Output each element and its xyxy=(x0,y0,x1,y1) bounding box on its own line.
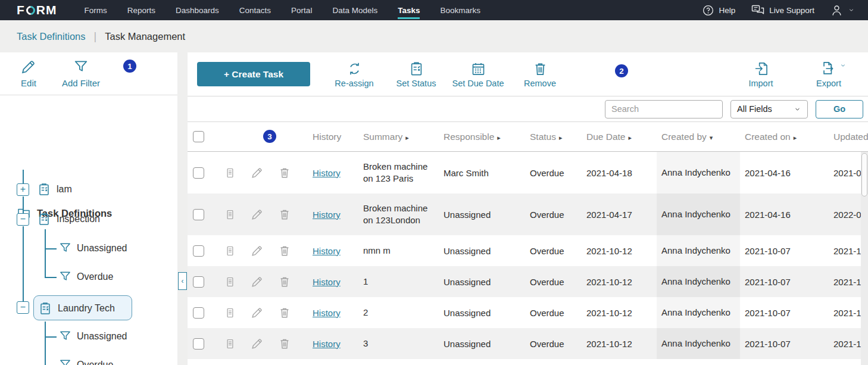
edit-row-icon[interactable] xyxy=(251,337,264,350)
delete-row-icon[interactable] xyxy=(278,337,291,350)
column-header-created-by[interactable]: Created by▾ xyxy=(657,132,740,142)
column-header-due-date[interactable]: Due Date▸ xyxy=(574,132,657,142)
details-icon[interactable] xyxy=(224,338,236,350)
breadcrumb-task-definitions-link[interactable]: Task Definitions xyxy=(17,31,86,42)
nav-item-portal[interactable]: Portal xyxy=(291,0,312,20)
cell-created-by: Anna Indychenko xyxy=(657,152,740,194)
tree-filter-inspection-overdue[interactable]: Overdue xyxy=(58,270,113,283)
details-icon[interactable] xyxy=(224,307,236,319)
delete-row-icon[interactable] xyxy=(278,244,291,257)
table-header-row: History Summary▸ Responsible▸ Status▸ Du… xyxy=(188,122,868,152)
go-button[interactable]: Go xyxy=(816,100,863,118)
create-task-button[interactable]: + Create Task xyxy=(197,62,310,86)
collapse-toggle-inspection[interactable]: − xyxy=(17,213,29,226)
row-checkbox[interactable] xyxy=(193,209,204,220)
set-status-button[interactable]: Set Status xyxy=(385,61,447,88)
details-icon[interactable] xyxy=(224,208,236,221)
column-header-responsible[interactable]: Responsible▸ xyxy=(431,132,517,142)
cell-status: Overdue xyxy=(517,277,574,287)
tree-node-laundry-tech-selected[interactable]: Laundry Tech xyxy=(38,301,115,316)
nav-item-tasks[interactable]: Tasks xyxy=(398,0,420,20)
delete-row-icon[interactable] xyxy=(278,275,291,288)
edit-label: Edit xyxy=(21,78,36,88)
row-checkbox[interactable] xyxy=(193,245,204,257)
collapse-toggle-laundry-tech[interactable]: − xyxy=(17,301,29,314)
add-filter-button[interactable]: Add Filter xyxy=(55,58,107,88)
fields-select[interactable]: All Fields xyxy=(730,100,808,118)
tree-connector-line xyxy=(45,248,57,249)
expand-toggle-lam[interactable]: + xyxy=(17,183,29,196)
details-icon[interactable] xyxy=(224,167,236,179)
history-link[interactable]: History xyxy=(313,339,341,349)
set-due-date-button[interactable]: Set Due Date xyxy=(447,61,509,88)
details-icon[interactable] xyxy=(224,245,236,257)
page-title: Task Management xyxy=(105,31,185,42)
delete-row-icon[interactable] xyxy=(278,306,291,319)
tree-node-label: lam xyxy=(57,184,72,195)
nav-item-dashboards[interactable]: Dashboards xyxy=(176,0,219,20)
cell-created-on: 2021-10-07 xyxy=(740,246,829,256)
tree-node-label: Laundry Tech xyxy=(58,303,115,314)
task-definition-icon xyxy=(37,212,51,226)
import-button[interactable]: Import xyxy=(730,61,792,88)
cell-responsible: Unassigned xyxy=(431,246,517,256)
tree-connector-line xyxy=(45,229,46,277)
tree-filter-label: Overdue xyxy=(77,272,113,282)
table-scrollbar[interactable] xyxy=(861,152,868,365)
nav-item-forms[interactable]: Forms xyxy=(85,0,107,20)
row-checkbox[interactable] xyxy=(193,167,204,179)
delete-row-icon[interactable] xyxy=(278,166,291,179)
remove-button[interactable]: Remove xyxy=(509,61,571,88)
set-due-date-label: Set Due Date xyxy=(452,79,504,88)
scrollbar-thumb[interactable] xyxy=(861,153,867,196)
edit-row-icon[interactable] xyxy=(251,275,264,288)
tree-node-inspection[interactable]: Inspection xyxy=(37,212,100,226)
nav-item-contacts[interactable]: Contacts xyxy=(239,0,271,20)
tree-filter-laundry-overdue[interactable]: Overdue xyxy=(58,358,113,365)
column-header-status[interactable]: Status▸ xyxy=(517,132,574,142)
help-button[interactable]: Help xyxy=(702,4,735,17)
live-support-button[interactable]: Live Support xyxy=(751,3,814,17)
row-checkbox[interactable] xyxy=(193,307,204,319)
edit-button[interactable]: Edit xyxy=(2,58,55,88)
history-link[interactable]: History xyxy=(313,168,341,178)
row-checkbox[interactable] xyxy=(193,276,204,288)
history-link[interactable]: History xyxy=(313,210,341,220)
column-header-summary[interactable]: Summary▸ xyxy=(351,132,431,142)
import-label: Import xyxy=(748,79,773,88)
reassign-button[interactable]: Re-assign xyxy=(323,61,385,88)
edit-row-icon[interactable] xyxy=(251,244,264,257)
user-menu-button[interactable] xyxy=(830,4,855,17)
table-search-bar: All Fields Go xyxy=(188,96,868,122)
cell-created-on: 2021-10-07 xyxy=(740,277,829,287)
form-logo[interactable]: F RM xyxy=(17,3,57,17)
select-all-checkbox[interactable] xyxy=(193,131,204,142)
row-checkbox[interactable] xyxy=(193,338,204,350)
edit-row-icon[interactable] xyxy=(251,306,264,319)
history-link[interactable]: History xyxy=(313,277,341,287)
edit-row-icon[interactable] xyxy=(251,166,264,179)
edit-row-icon[interactable] xyxy=(251,208,264,221)
tree-filter-inspection-unassigned[interactable]: Unassigned xyxy=(58,241,127,255)
delete-row-icon[interactable] xyxy=(278,208,291,221)
tree-filter-label: Unassigned xyxy=(77,243,127,254)
tree-filter-laundry-unassigned[interactable]: Unassigned xyxy=(58,329,127,343)
column-header-created-on[interactable]: Created on▸ xyxy=(740,132,829,142)
tree-connector-line xyxy=(23,170,24,184)
sidebar-collapse-button[interactable]: ‹ xyxy=(178,272,187,290)
nav-item-bookmarks[interactable]: Bookmarks xyxy=(440,0,480,20)
search-input[interactable] xyxy=(605,100,723,118)
column-header-updated[interactable]: Updated xyxy=(829,132,868,142)
tree-node-lam[interactable]: lam xyxy=(37,182,72,196)
sort-arrow-icon: ▸ xyxy=(559,134,563,141)
main-nav: Forms Reports Dashboards Contacts Portal… xyxy=(85,0,481,20)
nav-item-reports[interactable]: Reports xyxy=(127,0,155,20)
history-link[interactable]: History xyxy=(313,308,341,318)
history-link[interactable]: History xyxy=(313,246,341,256)
nav-item-data-models[interactable]: Data Models xyxy=(332,0,377,20)
export-button[interactable]: Export xyxy=(798,61,860,88)
column-header-history[interactable]: History xyxy=(298,132,351,142)
task-definitions-tree: Task Definitions + lam − Inspection Unas… xyxy=(0,95,177,364)
cell-summary: nmn m xyxy=(351,245,431,257)
details-icon[interactable] xyxy=(224,276,236,288)
